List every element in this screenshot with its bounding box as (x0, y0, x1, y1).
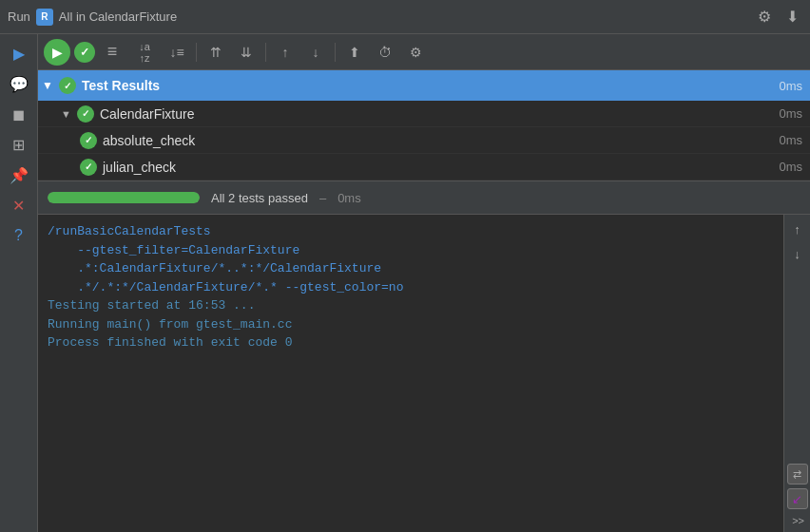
lines-button[interactable]: ≡ (99, 40, 125, 65)
console-line-5: Testing started at 16:53 ... (48, 296, 774, 315)
run-button[interactable]: ▶ (44, 39, 70, 66)
test-results-header[interactable]: ▼ ✓ Test Results 0ms (38, 70, 810, 101)
console-line-6: Running main() from gtest_main.cc (48, 315, 774, 334)
test-results-label: Test Results (82, 78, 160, 93)
absolute-time: 0ms (779, 133, 802, 147)
separator3 (335, 43, 336, 62)
sidebar-run-icon[interactable]: ▶ (6, 40, 32, 66)
window-title: All in CalendarFixture (59, 10, 177, 24)
chevron-fixture: ▼ (61, 108, 71, 120)
sort-tree-button[interactable]: ↓≡ (164, 40, 190, 65)
right-panel: ↑ ↓ ⇄ ↙ >> (783, 215, 810, 532)
tree-row-julian-check[interactable]: ✓ julian_check 0ms (38, 154, 810, 180)
fixture-ok-badge: ✓ (77, 105, 94, 123)
ok-badge-btn[interactable]: ✓ (74, 42, 95, 63)
content-area: ▶ ✓ ≡ ↓a↑z ↓≡ ⇈ ⇊ ↑ ↓ ⬆ ⏱ ⚙ ▼ ✓ Test Res… (38, 34, 810, 532)
console-output[interactable]: /runBasicCalendarTests --gtest_filter=Ca… (38, 215, 783, 532)
header-time: 0ms (779, 79, 802, 93)
main-container: ▶ 💬 ◼ ⊞ 📌 ✕ ? ▶ ✓ ≡ ↓a↑z ↓≡ ⇈ ⇊ ↑ ↓ ⬆ ⏱ … (0, 34, 810, 532)
clock-button[interactable]: ⏱ (372, 40, 398, 65)
tree-row-absolute-check[interactable]: ✓ absolute_check 0ms (38, 127, 810, 154)
gear-button[interactable]: ⚙ (754, 6, 775, 28)
toolbar: ▶ ✓ ≡ ↓a↑z ↓≡ ⇈ ⇊ ↑ ↓ ⬆ ⏱ ⚙ (38, 34, 810, 70)
sidebar-close-icon[interactable]: ✕ (6, 192, 32, 218)
sort-all-button[interactable]: ⇊ (233, 40, 260, 65)
sidebar-chat-icon[interactable]: 💬 (6, 70, 32, 97)
run-icon: R (36, 9, 53, 26)
console-line-3: .*:CalendarFixture/*..*:*/CalendarFixtur… (48, 259, 774, 278)
sidebar-pin-icon[interactable]: 📌 (6, 162, 32, 188)
header-ok-badge: ✓ (59, 77, 76, 94)
progress-area: All 2 tests passed – 0ms (38, 180, 810, 215)
absolute-check-label: absolute_check (103, 133, 195, 148)
console-line-1: /runBasicCalendarTests (48, 222, 774, 241)
sidebar-stop-icon[interactable]: ◼ (6, 101, 32, 127)
left-sidebar: ▶ 💬 ◼ ⊞ 📌 ✕ ? (0, 34, 38, 532)
progress-text: All 2 tests passed (211, 191, 308, 205)
export-button[interactable]: ⬆ (341, 40, 368, 65)
tree-header-left: ▼ ✓ Test Results (42, 77, 160, 94)
console-line-2: --gtest_filter=CalendarFixture (48, 241, 774, 260)
sidebar-help-icon[interactable]: ? (6, 222, 32, 249)
row-left: ✓ absolute_check (80, 132, 195, 149)
console-area: /runBasicCalendarTests --gtest_filter=Ca… (38, 215, 810, 532)
scroll-up-button[interactable]: ↑ (787, 218, 808, 239)
tree-row-calenderfixture[interactable]: ▼ ✓ CalendarFixture 0ms (38, 101, 810, 127)
down-button[interactable]: ↓ (302, 40, 329, 65)
row-left: ✓ julian_check (80, 159, 176, 176)
row-left: ▼ ✓ CalendarFixture (61, 105, 195, 123)
progress-time: 0ms (338, 191, 361, 205)
tree-area: ▼ ✓ Test Results 0ms ▼ ✓ CalendarFixture… (38, 70, 810, 532)
title-left: Run R All in CalendarFixture (8, 9, 177, 26)
sort-az-button[interactable]: ↓a↑z (129, 40, 160, 65)
config-button[interactable]: ⚙ (402, 40, 429, 65)
console-line-4: .*/.*:*/CalendarFixture/*.* --gtest_colo… (48, 278, 774, 297)
scroll-down-button[interactable]: ↓ (787, 243, 808, 264)
title-bar: Run R All in CalendarFixture ⚙ ⬇ (0, 0, 810, 34)
more-button[interactable]: >> (788, 513, 808, 528)
up-button[interactable]: ↑ (272, 40, 299, 65)
sort-up-button[interactable]: ⇈ (202, 40, 229, 65)
julian-time: 0ms (779, 160, 802, 174)
separator2 (265, 43, 266, 62)
wrap-button[interactable]: ⇄ (787, 464, 808, 484)
download-button[interactable]: ⬇ (782, 6, 802, 28)
progress-bar-track (48, 192, 200, 203)
julian-ok-badge: ✓ (80, 159, 97, 176)
title-right: ⚙ ⬇ (754, 6, 802, 28)
fixture-time: 0ms (779, 106, 802, 121)
progress-separator: – (319, 191, 326, 205)
progress-bar-fill (48, 192, 200, 203)
filter-button[interactable]: ↙ (787, 488, 808, 509)
chevron-icon: ▼ (42, 79, 53, 92)
sidebar-grid-icon[interactable]: ⊞ (6, 131, 32, 158)
console-line-7: Process finished with exit code 0 (48, 333, 774, 352)
absolute-ok-badge: ✓ (80, 132, 97, 149)
separator1 (196, 43, 197, 62)
julian-check-label: julian_check (103, 160, 176, 175)
fixture-label: CalendarFixture (100, 106, 195, 122)
run-label: Run (8, 10, 30, 24)
